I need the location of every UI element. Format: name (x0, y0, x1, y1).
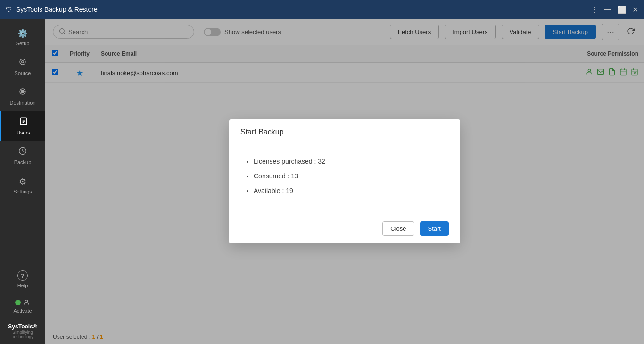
sidebar-label-activate: Activate (13, 308, 32, 314)
sidebar-item-setup[interactable]: ⚙️ Setup (0, 23, 45, 52)
svg-point-3 (21, 90, 24, 93)
sidebar-label-settings: Settings (13, 189, 32, 194)
menu-icon[interactable]: ⋮ (591, 5, 598, 14)
activate-dot-icon (15, 300, 21, 305)
sidebar-item-source[interactable]: Source (0, 52, 45, 82)
licenses-available: Available : 19 (254, 186, 445, 196)
modal-overlay: Start Backup Licenses purchased : 32 Con… (45, 19, 644, 344)
modal-close-button[interactable]: Close (382, 221, 414, 236)
sidebar-item-backup[interactable]: Backup (0, 141, 45, 171)
app-title: SysTools Backup & Restore (16, 6, 98, 13)
modal-title: Start Backup (240, 128, 284, 136)
close-icon[interactable]: ✕ (632, 5, 638, 14)
destination-icon (18, 87, 27, 98)
modal-start-button[interactable]: Start (420, 221, 449, 236)
sidebar-item-users[interactable]: Users (0, 111, 45, 141)
sidebar-item-help[interactable]: ? Help (0, 265, 45, 294)
sidebar: ⚙️ Setup Source Destination Users Back (0, 19, 45, 344)
brand-area: SysTools® Simplifying Technology (0, 319, 45, 344)
brand-name: SysTools® (4, 323, 41, 330)
svg-point-1 (22, 61, 24, 63)
sidebar-label-backup: Backup (14, 159, 32, 165)
licenses-consumed: Consumed : 13 (254, 171, 445, 181)
sidebar-item-activate[interactable]: Activate (0, 294, 45, 319)
source-icon (18, 58, 27, 68)
sidebar-label-help: Help (17, 283, 28, 288)
sidebar-label-source: Source (15, 70, 31, 76)
start-backup-modal: Start Backup Licenses purchased : 32 Con… (229, 119, 460, 243)
setup-icon: ⚙️ (17, 28, 28, 39)
sidebar-label-users: Users (17, 130, 30, 135)
settings-icon: ⚙ (19, 176, 26, 187)
modal-header: Start Backup (229, 119, 460, 143)
modal-footer: Close Start (229, 214, 460, 243)
backup-icon (18, 147, 27, 158)
modal-body: Licenses purchased : 32 Consumed : 13 Av… (229, 143, 460, 214)
person-icon (23, 299, 30, 306)
licenses-purchased: Licenses purchased : 32 (254, 157, 445, 167)
users-icon (19, 117, 28, 128)
minimize-icon[interactable]: — (604, 5, 611, 14)
app-logo-icon: 🛡 (6, 6, 12, 13)
brand-sub: Simplifying Technology (4, 330, 41, 339)
title-bar: 🛡 SysTools Backup & Restore ⋮ — ⬜ ✕ (0, 0, 644, 19)
sidebar-label-destination: Destination (9, 100, 35, 106)
svg-point-6 (25, 300, 27, 302)
svg-point-0 (20, 59, 25, 65)
maximize-icon[interactable]: ⬜ (617, 5, 627, 14)
sidebar-label-setup: Setup (16, 41, 30, 46)
help-icon: ? (17, 270, 28, 281)
sidebar-item-destination[interactable]: Destination (0, 82, 45, 111)
sidebar-item-settings[interactable]: ⚙ Settings (0, 171, 45, 200)
license-info-list: Licenses purchased : 32 Consumed : 13 Av… (244, 157, 445, 196)
